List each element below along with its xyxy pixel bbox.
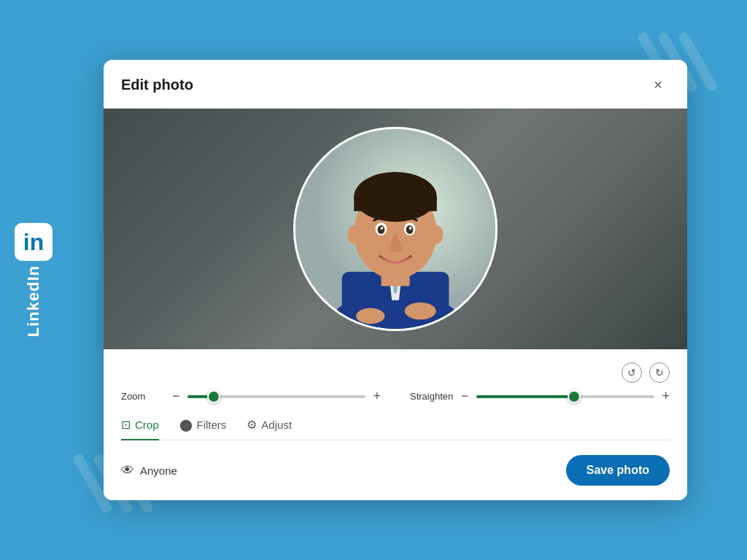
photo-area — [104, 109, 687, 349]
zoom-decrease-button[interactable]: − — [172, 389, 180, 404]
straighten-increase-button[interactable]: + — [662, 389, 670, 404]
svg-point-14 — [409, 227, 412, 230]
undo-button[interactable]: ↺ — [622, 362, 642, 383]
close-button[interactable]: × — [646, 73, 670, 96]
undo-redo-row: ↺ ↻ — [121, 362, 670, 383]
straighten-slider-fill — [476, 395, 575, 398]
redo-icon: ↻ — [655, 367, 664, 378]
straighten-label: Straighten — [410, 391, 454, 402]
svg-rect-17 — [381, 272, 409, 287]
visibility-selector[interactable]: 👁 Anyone — [121, 463, 177, 478]
eye-icon: 👁 — [121, 463, 134, 478]
linkedin-icon-box: in — [15, 223, 53, 261]
crop-icon: ⊡ — [121, 418, 131, 432]
zoom-increase-button[interactable]: + — [373, 389, 381, 404]
tab-crop[interactable]: ⊡ Crop — [121, 418, 159, 440]
modal-header: Edit photo × — [104, 60, 687, 109]
adjust-icon: ⚙ — [247, 418, 257, 432]
straighten-decrease-button[interactable]: − — [461, 389, 469, 404]
linkedin-logo: in LinkedIn — [15, 223, 53, 337]
circle-crop-overlay — [293, 127, 498, 331]
svg-point-15 — [347, 225, 362, 244]
filters-icon: ⬤ — [179, 418, 193, 432]
straighten-slider-group: Straighten − + — [410, 389, 670, 404]
zoom-slider-thumb[interactable] — [207, 390, 220, 403]
tabs-row: ⊡ Crop ⬤ Filters ⚙ Adjust — [121, 417, 670, 440]
linkedin-in-icon: in — [23, 230, 44, 254]
svg-point-21 — [405, 303, 436, 319]
edit-photo-modal: Edit photo × — [104, 60, 687, 500]
zoom-label: Zoom — [121, 391, 165, 402]
zoom-slider-group: Zoom − + — [121, 389, 381, 404]
svg-point-22 — [356, 308, 384, 324]
undo-icon: ↺ — [627, 367, 636, 378]
svg-point-11 — [378, 225, 385, 234]
bottom-row: 👁 Anyone Save photo — [121, 452, 670, 486]
tab-adjust[interactable]: ⚙ Adjust — [247, 418, 292, 440]
modal-title: Edit photo — [121, 77, 193, 93]
redo-button[interactable]: ↻ — [649, 362, 670, 383]
tab-filters[interactable]: ⬤ Filters — [179, 418, 227, 440]
zoom-slider-track[interactable] — [187, 395, 366, 398]
svg-rect-8 — [354, 197, 437, 211]
svg-point-12 — [406, 225, 414, 234]
svg-point-16 — [429, 225, 444, 244]
linkedin-brand-text: LinkedIn — [24, 265, 43, 337]
controls-area: ↺ ↻ Zoom − + Straighten − — [104, 349, 687, 500]
tab-crop-label: Crop — [135, 419, 159, 431]
visibility-label: Anyone — [140, 464, 177, 477]
person-photo — [295, 129, 495, 329]
sliders-row: Zoom − + Straighten − + — [121, 389, 670, 404]
straighten-slider-thumb[interactable] — [568, 390, 581, 403]
svg-point-13 — [380, 227, 383, 230]
tab-adjust-label: Adjust — [261, 419, 292, 431]
tab-filters-label: Filters — [197, 419, 227, 431]
save-photo-button[interactable]: Save photo — [566, 455, 670, 486]
straighten-slider-track[interactable] — [476, 395, 655, 398]
